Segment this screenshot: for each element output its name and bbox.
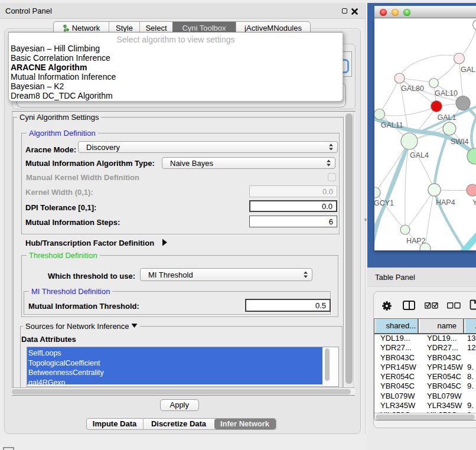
svg-text:Y: Y	[472, 198, 476, 207]
svg-text:HAP2: HAP2	[406, 237, 426, 245]
svg-text:GAL4: GAL4	[410, 151, 429, 159]
svg-text:GAL10: GAL10	[435, 89, 458, 97]
svg-text:GCY1: GCY1	[374, 199, 394, 207]
svg-text:GAL1: GAL1	[438, 113, 457, 122]
svg-text:GAL11: GAL11	[381, 121, 403, 129]
svg-text:GAL: GAL	[461, 66, 475, 74]
svg-text:SWI4: SWI4	[451, 138, 469, 146]
svg-text:GAL80: GAL80	[401, 84, 424, 93]
svg-text:HAP4: HAP4	[436, 198, 455, 207]
